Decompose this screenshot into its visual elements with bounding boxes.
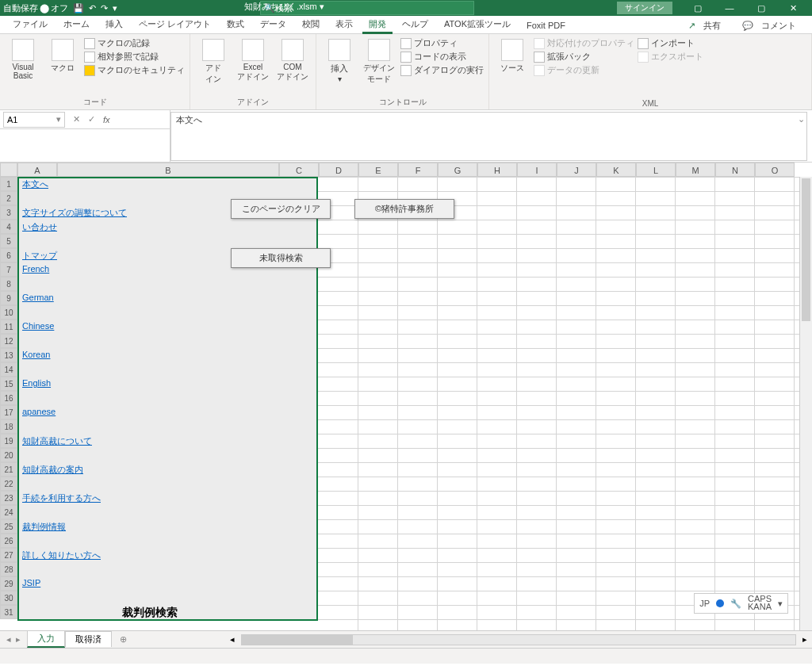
tab-review[interactable]: 校閲: [294, 15, 327, 33]
fx-icon[interactable]: fx: [103, 115, 110, 124]
row-header-5[interactable]: 5: [0, 234, 17, 248]
sheet-tab-input[interactable]: 入力: [27, 630, 65, 648]
row-header-27[interactable]: 27: [0, 548, 17, 562]
col-header-L[interactable]: L: [636, 163, 676, 177]
select-all-corner[interactable]: [0, 163, 17, 177]
tab-developer[interactable]: 開発: [361, 15, 394, 33]
cell-A15[interactable]: English: [21, 377, 52, 388]
tab-file[interactable]: ファイル: [5, 15, 56, 33]
row-header-4[interactable]: 4: [0, 220, 17, 234]
row-header-7[interactable]: 7: [0, 262, 17, 277]
record-macro-button[interactable]: マクロの記録: [84, 37, 185, 49]
source-button[interactable]: ソース: [494, 36, 530, 74]
row-header-19[interactable]: 19: [0, 434, 17, 448]
cell-A1[interactable]: 本文へ: [21, 178, 50, 191]
relative-ref-button[interactable]: 相対参照で記録: [84, 51, 185, 63]
tab-atok[interactable]: ATOK拡張ツール: [436, 15, 519, 33]
col-header-G[interactable]: G: [438, 163, 477, 177]
cell-A21[interactable]: 知財高裁の案内: [21, 463, 85, 477]
row-header-25[interactable]: 25: [0, 519, 17, 534]
ime-dropdown-icon[interactable]: ▾: [778, 599, 783, 609]
tab-data[interactable]: データ: [252, 15, 294, 33]
macros-button[interactable]: マクロ: [44, 36, 81, 74]
col-header-M[interactable]: M: [676, 163, 715, 177]
sheet-tab-fetched[interactable]: 取得済: [65, 631, 112, 647]
col-header-A[interactable]: A: [17, 163, 57, 177]
share-button[interactable]: ↗ 共有: [683, 17, 732, 34]
sheet-nav-next-icon[interactable]: ▸: [16, 634, 21, 645]
row-header-15[interactable]: 15: [0, 377, 17, 391]
row-header-26[interactable]: 26: [0, 534, 17, 548]
formula-bar[interactable]: 本文へ ⌄: [170, 112, 807, 161]
col-header-J[interactable]: J: [557, 163, 596, 177]
row-header-30[interactable]: 30: [0, 591, 17, 605]
row-header-9[interactable]: 9: [0, 291, 17, 305]
tab-foxit[interactable]: Foxit PDF: [519, 17, 573, 33]
cell-A19[interactable]: 知財高裁について: [21, 434, 94, 448]
cell-A13[interactable]: Korean: [21, 349, 52, 360]
col-header-D[interactable]: D: [319, 163, 358, 177]
name-box[interactable]: A1▾: [3, 112, 65, 128]
new-sheet-icon[interactable]: ⊕: [112, 634, 135, 645]
col-header-I[interactable]: I: [517, 163, 557, 177]
cell-A4[interactable]: い合わせ: [21, 220, 59, 234]
macro-security-button[interactable]: マクロのセキュリティ: [84, 64, 185, 76]
row-header-13[interactable]: 13: [0, 348, 17, 362]
row-header-1[interactable]: 1: [0, 177, 17, 191]
row-header-8[interactable]: 8: [0, 277, 17, 291]
col-header-H[interactable]: H: [477, 163, 517, 177]
signin-button[interactable]: サインイン: [617, 2, 672, 14]
tab-formulas[interactable]: 数式: [219, 15, 252, 33]
enter-formula-icon[interactable]: ✓: [88, 114, 95, 124]
comment-button[interactable]: 💬 コメント: [737, 17, 807, 34]
properties-button[interactable]: プロパティ: [400, 37, 484, 49]
view-code-button[interactable]: コードの表示: [400, 51, 484, 63]
col-header-F[interactable]: F: [398, 163, 438, 177]
cell-A7[interactable]: French: [21, 263, 51, 274]
ime-tool-icon[interactable]: 🔧: [730, 599, 741, 609]
tab-help[interactable]: ヘルプ: [394, 15, 436, 33]
col-header-K[interactable]: K: [596, 163, 636, 177]
row-header-11[interactable]: 11: [0, 320, 17, 334]
expansion-pack-button[interactable]: 拡張パック: [534, 51, 634, 63]
maximize-icon[interactable]: ▢: [745, 0, 777, 16]
col-header-N[interactable]: N: [715, 163, 755, 177]
sheet-nav-prev-icon[interactable]: ◂: [6, 634, 11, 645]
cell-A29[interactable]: JSIP: [21, 577, 42, 588]
row-header-29[interactable]: 29: [0, 576, 17, 591]
save-icon[interactable]: 💾: [73, 3, 84, 13]
cell-title[interactable]: 裁判例検索: [121, 605, 179, 621]
col-header-E[interactable]: E: [358, 163, 398, 177]
row-header-20[interactable]: 20: [0, 448, 17, 462]
cell-A23[interactable]: 手続を利用する方へ: [21, 492, 102, 505]
ime-caps-kana[interactable]: CAPSKANA: [748, 595, 772, 611]
cell-A17[interactable]: apanese: [21, 406, 57, 417]
ribbon-options-icon[interactable]: ▢: [682, 0, 714, 16]
undo-icon[interactable]: ↶: [89, 3, 96, 13]
col-header-C[interactable]: C: [279, 163, 319, 177]
row-header-3[interactable]: 3: [0, 205, 17, 220]
row-header-2[interactable]: 2: [0, 191, 17, 205]
row-header-18[interactable]: 18: [0, 419, 17, 434]
cell-A9[interactable]: German: [21, 292, 56, 303]
design-mode-button[interactable]: デザイン モード: [361, 36, 397, 85]
cancel-formula-icon[interactable]: ✕: [73, 114, 80, 124]
insert-control-button[interactable]: 挿入▾: [321, 36, 358, 83]
hscroll-left-icon[interactable]: ◂: [230, 634, 235, 645]
tab-view[interactable]: 表示: [327, 15, 361, 33]
cell-A25[interactable]: 裁判例情報: [21, 520, 67, 534]
cell-A6[interactable]: トマップ: [21, 249, 59, 262]
vertical-scrollbar[interactable]: [799, 177, 812, 630]
addins-button[interactable]: アド イン: [195, 36, 232, 85]
row-header-14[interactable]: 14: [0, 362, 17, 377]
redo-icon[interactable]: ↷: [101, 3, 108, 13]
cell-A11[interactable]: Chinese: [21, 320, 56, 331]
row-header-12[interactable]: 12: [0, 334, 17, 348]
expand-formula-icon[interactable]: ⌄: [798, 114, 805, 124]
com-addins-button[interactable]: COM アドイン: [274, 36, 311, 82]
row-header-17[interactable]: 17: [0, 405, 17, 419]
cell-A27[interactable]: 詳しく知りたい方へ: [21, 549, 102, 562]
ime-mode-icon[interactable]: [716, 599, 724, 607]
minimize-icon[interactable]: —: [714, 0, 745, 16]
ime-toolbar[interactable]: JP 🔧 CAPSKANA ▾: [694, 593, 788, 614]
